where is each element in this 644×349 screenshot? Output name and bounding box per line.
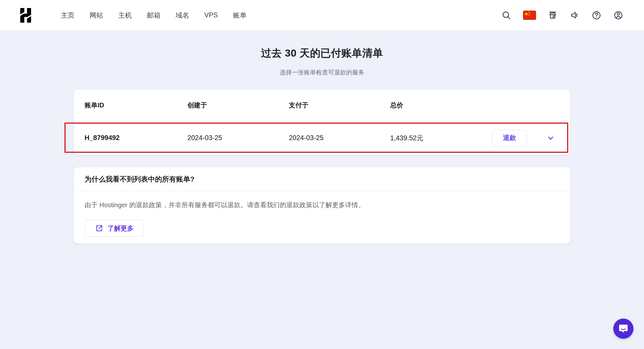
top-navigation-bar: 主页 网站 主机 邮箱 域名 VPS 账单 xyxy=(0,0,644,31)
account-icon[interactable] xyxy=(613,10,624,21)
refund-button[interactable]: 退款 xyxy=(492,130,527,146)
nav-item-hosting[interactable]: 主机 xyxy=(118,11,132,20)
nav-item-billing[interactable]: 账单 xyxy=(233,11,247,20)
hostinger-logo[interactable] xyxy=(19,8,33,23)
search-icon[interactable] xyxy=(501,10,512,21)
invoice-total-value: 1,439.52元 xyxy=(390,134,477,143)
nav-item-email[interactable]: 邮箱 xyxy=(147,11,160,20)
store-icon[interactable] xyxy=(547,10,558,21)
nav-item-websites[interactable]: 网站 xyxy=(90,11,103,20)
announcements-icon[interactable] xyxy=(569,10,580,21)
page-title: 过去 30 天的已付账单清单 xyxy=(0,46,644,60)
invoice-table-card: 账单ID 创建于 支付于 总价 H_8799492 2024-03-25 202… xyxy=(74,90,570,155)
china-flag-icon[interactable] xyxy=(523,10,536,21)
learn-more-label: 了解更多 xyxy=(107,224,134,233)
learn-more-button[interactable]: 了解更多 xyxy=(85,220,144,237)
billing-refund-page: 过去 30 天的已付账单清单 选择一张账单检查可退款的服务 账单ID 创建于 支… xyxy=(0,46,644,244)
chevron-down-icon[interactable] xyxy=(547,134,554,142)
nav-item-vps[interactable]: VPS xyxy=(204,11,218,19)
invoice-created-value: 2024-03-25 xyxy=(187,134,289,142)
column-invoice-id: 账单ID xyxy=(85,101,187,110)
column-created-at: 创建于 xyxy=(187,101,289,110)
faq-question: 为什么我看不到列表中的所有账单? xyxy=(74,167,570,192)
invoice-id-value: H_8799492 xyxy=(85,134,187,142)
help-icon[interactable] xyxy=(591,10,602,21)
faq-card: 为什么我看不到列表中的所有账单? 由于 Hostinger 的退款政策，并非所有… xyxy=(74,167,570,244)
refund-policy-text: 由于 Hostinger 的退款政策，并非所有服务都可以退款。请查看我们的退款政… xyxy=(85,201,559,209)
page-subtitle: 选择一张账单检查可退款的服务 xyxy=(0,68,644,76)
invoice-paid-value: 2024-03-25 xyxy=(289,134,390,142)
column-paid-at: 支付于 xyxy=(289,101,390,110)
nav-item-home[interactable]: 主页 xyxy=(61,11,74,20)
column-total: 总价 xyxy=(390,101,477,110)
nav-item-domains[interactable]: 域名 xyxy=(176,11,189,20)
invoice-table-header: 账单ID 创建于 支付于 总价 xyxy=(74,90,570,121)
faq-body: 由于 Hostinger 的退款政策，并非所有服务都可以退款。请查看我们的退款政… xyxy=(74,192,570,244)
chat-launcher-button[interactable] xyxy=(613,319,633,339)
external-link-icon xyxy=(95,224,103,233)
invoice-row[interactable]: H_8799492 2024-03-25 2024-03-25 1,439.52… xyxy=(74,121,570,155)
main-nav: 主页 网站 主机 邮箱 域名 VPS 账单 xyxy=(61,11,247,20)
topbar-icons xyxy=(501,10,624,21)
